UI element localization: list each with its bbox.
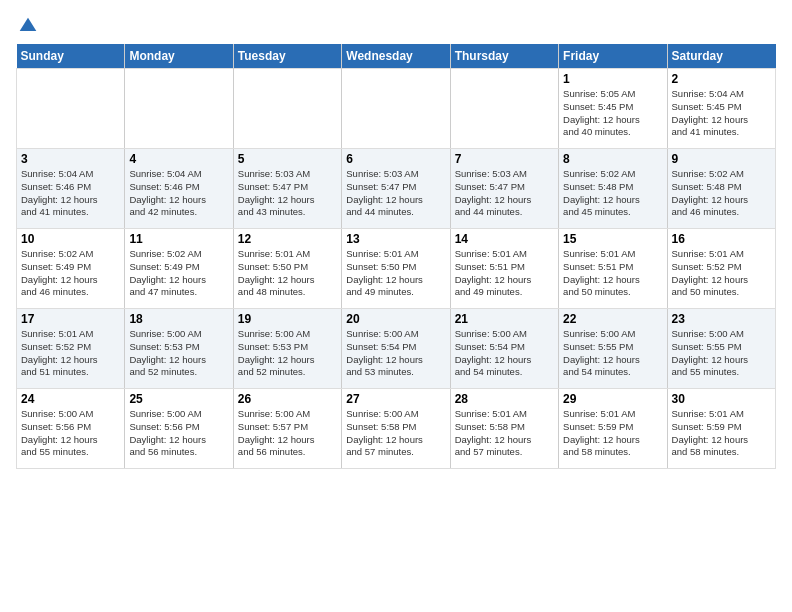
day-info: Sunrise: 5:04 AM Sunset: 5:46 PM Dayligh… (129, 168, 228, 219)
day-number: 7 (455, 152, 554, 166)
calendar-week-row: 24Sunrise: 5:00 AM Sunset: 5:56 PM Dayli… (17, 389, 776, 469)
calendar-week-row: 10Sunrise: 5:02 AM Sunset: 5:49 PM Dayli… (17, 229, 776, 309)
day-number: 15 (563, 232, 662, 246)
day-info: Sunrise: 5:02 AM Sunset: 5:48 PM Dayligh… (672, 168, 771, 219)
calendar-cell (450, 69, 558, 149)
weekday-header: Thursday (450, 44, 558, 69)
day-number: 1 (563, 72, 662, 86)
calendar-table: SundayMondayTuesdayWednesdayThursdayFrid… (16, 44, 776, 469)
day-info: Sunrise: 5:00 AM Sunset: 5:53 PM Dayligh… (129, 328, 228, 379)
weekday-header-row: SundayMondayTuesdayWednesdayThursdayFrid… (17, 44, 776, 69)
calendar-cell: 16Sunrise: 5:01 AM Sunset: 5:52 PM Dayli… (667, 229, 775, 309)
day-info: Sunrise: 5:04 AM Sunset: 5:45 PM Dayligh… (672, 88, 771, 139)
day-number: 6 (346, 152, 445, 166)
day-info: Sunrise: 5:03 AM Sunset: 5:47 PM Dayligh… (238, 168, 337, 219)
day-number: 4 (129, 152, 228, 166)
day-info: Sunrise: 5:00 AM Sunset: 5:54 PM Dayligh… (346, 328, 445, 379)
calendar-cell: 19Sunrise: 5:00 AM Sunset: 5:53 PM Dayli… (233, 309, 341, 389)
day-info: Sunrise: 5:01 AM Sunset: 5:51 PM Dayligh… (455, 248, 554, 299)
calendar-cell: 12Sunrise: 5:01 AM Sunset: 5:50 PM Dayli… (233, 229, 341, 309)
calendar-cell: 15Sunrise: 5:01 AM Sunset: 5:51 PM Dayli… (559, 229, 667, 309)
day-info: Sunrise: 5:01 AM Sunset: 5:50 PM Dayligh… (346, 248, 445, 299)
calendar-cell: 10Sunrise: 5:02 AM Sunset: 5:49 PM Dayli… (17, 229, 125, 309)
weekday-header: Friday (559, 44, 667, 69)
day-number: 17 (21, 312, 120, 326)
calendar-cell: 17Sunrise: 5:01 AM Sunset: 5:52 PM Dayli… (17, 309, 125, 389)
calendar-cell: 28Sunrise: 5:01 AM Sunset: 5:58 PM Dayli… (450, 389, 558, 469)
calendar-cell: 3Sunrise: 5:04 AM Sunset: 5:46 PM Daylig… (17, 149, 125, 229)
day-info: Sunrise: 5:05 AM Sunset: 5:45 PM Dayligh… (563, 88, 662, 139)
day-info: Sunrise: 5:02 AM Sunset: 5:48 PM Dayligh… (563, 168, 662, 219)
day-number: 20 (346, 312, 445, 326)
calendar-cell: 11Sunrise: 5:02 AM Sunset: 5:49 PM Dayli… (125, 229, 233, 309)
calendar-cell: 1Sunrise: 5:05 AM Sunset: 5:45 PM Daylig… (559, 69, 667, 149)
day-number: 5 (238, 152, 337, 166)
logo-icon (18, 16, 38, 36)
weekday-header: Tuesday (233, 44, 341, 69)
calendar-cell: 20Sunrise: 5:00 AM Sunset: 5:54 PM Dayli… (342, 309, 450, 389)
calendar-cell: 29Sunrise: 5:01 AM Sunset: 5:59 PM Dayli… (559, 389, 667, 469)
day-number: 24 (21, 392, 120, 406)
calendar-cell: 30Sunrise: 5:01 AM Sunset: 5:59 PM Dayli… (667, 389, 775, 469)
day-number: 12 (238, 232, 337, 246)
day-info: Sunrise: 5:01 AM Sunset: 5:52 PM Dayligh… (672, 248, 771, 299)
day-number: 19 (238, 312, 337, 326)
day-number: 16 (672, 232, 771, 246)
weekday-header: Sunday (17, 44, 125, 69)
calendar-cell: 4Sunrise: 5:04 AM Sunset: 5:46 PM Daylig… (125, 149, 233, 229)
day-info: Sunrise: 5:03 AM Sunset: 5:47 PM Dayligh… (346, 168, 445, 219)
calendar-cell: 8Sunrise: 5:02 AM Sunset: 5:48 PM Daylig… (559, 149, 667, 229)
calendar-cell: 2Sunrise: 5:04 AM Sunset: 5:45 PM Daylig… (667, 69, 775, 149)
day-info: Sunrise: 5:01 AM Sunset: 5:59 PM Dayligh… (672, 408, 771, 459)
calendar-cell (125, 69, 233, 149)
day-info: Sunrise: 5:03 AM Sunset: 5:47 PM Dayligh… (455, 168, 554, 219)
day-info: Sunrise: 5:01 AM Sunset: 5:58 PM Dayligh… (455, 408, 554, 459)
day-info: Sunrise: 5:00 AM Sunset: 5:55 PM Dayligh… (563, 328, 662, 379)
page-header (16, 16, 776, 36)
calendar-cell: 9Sunrise: 5:02 AM Sunset: 5:48 PM Daylig… (667, 149, 775, 229)
day-number: 18 (129, 312, 228, 326)
day-number: 10 (21, 232, 120, 246)
calendar-cell: 7Sunrise: 5:03 AM Sunset: 5:47 PM Daylig… (450, 149, 558, 229)
day-number: 30 (672, 392, 771, 406)
day-info: Sunrise: 5:02 AM Sunset: 5:49 PM Dayligh… (21, 248, 120, 299)
calendar-cell: 13Sunrise: 5:01 AM Sunset: 5:50 PM Dayli… (342, 229, 450, 309)
day-info: Sunrise: 5:01 AM Sunset: 5:52 PM Dayligh… (21, 328, 120, 379)
day-number: 11 (129, 232, 228, 246)
calendar-cell (342, 69, 450, 149)
calendar-cell: 5Sunrise: 5:03 AM Sunset: 5:47 PM Daylig… (233, 149, 341, 229)
calendar-cell: 26Sunrise: 5:00 AM Sunset: 5:57 PM Dayli… (233, 389, 341, 469)
calendar-cell: 14Sunrise: 5:01 AM Sunset: 5:51 PM Dayli… (450, 229, 558, 309)
day-info: Sunrise: 5:00 AM Sunset: 5:53 PM Dayligh… (238, 328, 337, 379)
day-number: 25 (129, 392, 228, 406)
calendar-cell: 27Sunrise: 5:00 AM Sunset: 5:58 PM Dayli… (342, 389, 450, 469)
calendar-cell: 25Sunrise: 5:00 AM Sunset: 5:56 PM Dayli… (125, 389, 233, 469)
day-info: Sunrise: 5:00 AM Sunset: 5:57 PM Dayligh… (238, 408, 337, 459)
day-number: 13 (346, 232, 445, 246)
svg-marker-0 (20, 18, 37, 31)
day-info: Sunrise: 5:00 AM Sunset: 5:58 PM Dayligh… (346, 408, 445, 459)
day-number: 28 (455, 392, 554, 406)
calendar-cell: 6Sunrise: 5:03 AM Sunset: 5:47 PM Daylig… (342, 149, 450, 229)
weekday-header: Wednesday (342, 44, 450, 69)
day-number: 27 (346, 392, 445, 406)
day-info: Sunrise: 5:00 AM Sunset: 5:55 PM Dayligh… (672, 328, 771, 379)
calendar-week-row: 3Sunrise: 5:04 AM Sunset: 5:46 PM Daylig… (17, 149, 776, 229)
day-number: 9 (672, 152, 771, 166)
day-number: 29 (563, 392, 662, 406)
day-number: 21 (455, 312, 554, 326)
day-info: Sunrise: 5:00 AM Sunset: 5:56 PM Dayligh… (21, 408, 120, 459)
calendar-cell: 23Sunrise: 5:00 AM Sunset: 5:55 PM Dayli… (667, 309, 775, 389)
calendar-cell: 18Sunrise: 5:00 AM Sunset: 5:53 PM Dayli… (125, 309, 233, 389)
calendar-week-row: 1Sunrise: 5:05 AM Sunset: 5:45 PM Daylig… (17, 69, 776, 149)
day-number: 14 (455, 232, 554, 246)
calendar-cell (233, 69, 341, 149)
weekday-header: Monday (125, 44, 233, 69)
day-info: Sunrise: 5:00 AM Sunset: 5:54 PM Dayligh… (455, 328, 554, 379)
weekday-header: Saturday (667, 44, 775, 69)
day-number: 26 (238, 392, 337, 406)
calendar-week-row: 17Sunrise: 5:01 AM Sunset: 5:52 PM Dayli… (17, 309, 776, 389)
day-info: Sunrise: 5:00 AM Sunset: 5:56 PM Dayligh… (129, 408, 228, 459)
day-info: Sunrise: 5:01 AM Sunset: 5:59 PM Dayligh… (563, 408, 662, 459)
logo (16, 16, 38, 36)
